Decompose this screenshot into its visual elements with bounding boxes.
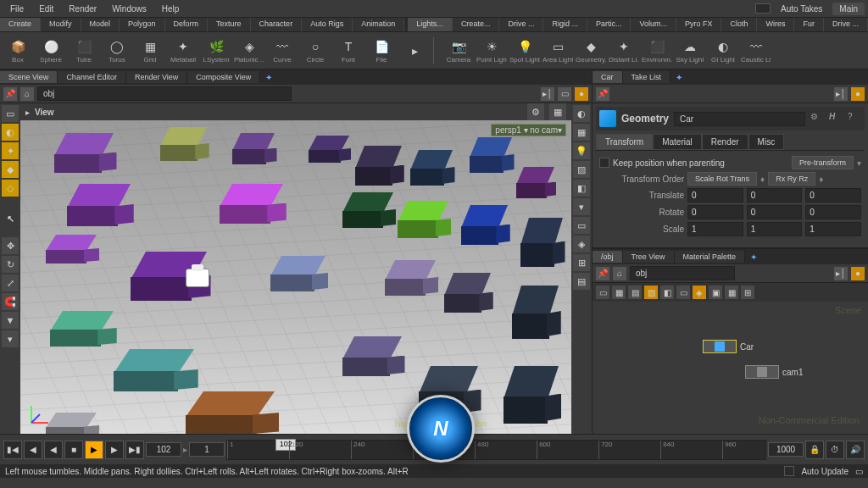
nt3[interactable]: ▤ — [628, 286, 642, 299]
tool-platonic[interactable]: ◈Platonic ... — [233, 34, 265, 68]
end-frame-field[interactable]: 1000 — [768, 442, 804, 457]
node-car[interactable]: Car — [703, 340, 754, 353]
first-frame-button[interactable]: ▮◀ — [3, 441, 22, 459]
tool-geometry[interactable]: ◆Geometry... — [575, 34, 607, 68]
menu-file[interactable]: File — [3, 3, 31, 15]
h-icon[interactable]: H — [829, 112, 843, 125]
tool-file[interactable]: 📄File — [365, 34, 398, 68]
nt5[interactable]: ◧ — [660, 286, 674, 299]
paint-tool[interactable]: ◆ — [2, 161, 19, 178]
lasso-tool[interactable]: ◐ — [2, 124, 19, 141]
scene-cube[interactable] — [470, 137, 512, 171]
scene-cube[interactable] — [46, 413, 97, 434]
tool-pointlight[interactable]: ☀Point Light — [476, 34, 508, 68]
add-net-tab[interactable]: ✦ — [745, 251, 762, 263]
help-icon[interactable]: ? — [848, 112, 861, 125]
wire-tool[interactable]: ▦ — [573, 124, 590, 141]
menu-help[interactable]: Help — [155, 3, 186, 15]
nt8[interactable]: ▣ — [709, 286, 722, 299]
status-icon[interactable]: ▭ — [855, 467, 863, 476]
d1-tool[interactable]: ▾ — [573, 198, 590, 215]
tab-material[interactable]: Material — [653, 134, 702, 150]
net-path-input[interactable]: obj — [630, 266, 735, 280]
tool-circle[interactable]: ○Circle — [299, 34, 331, 68]
rz-field[interactable]: 0 — [805, 205, 861, 219]
shelf-r-9[interactable]: Fur — [794, 18, 824, 31]
home-icon[interactable]: ⌂ — [20, 87, 34, 101]
play-button[interactable]: ▶ — [85, 441, 103, 459]
shelf-animation[interactable]: Animation — [353, 18, 404, 31]
shade-tool[interactable]: ◐ — [573, 105, 590, 122]
tab-composite-view[interactable]: Composite View — [187, 71, 260, 83]
scene-cube[interactable] — [385, 260, 436, 294]
nt9[interactable]: ▦ — [725, 286, 738, 299]
shelf-model[interactable]: Model — [81, 18, 120, 31]
scene-cube[interactable] — [186, 391, 275, 434]
magnet-tool[interactable]: 🧲 — [2, 293, 19, 310]
shelf-r-0[interactable]: Lights... — [408, 18, 453, 31]
add-tab-button[interactable]: ✦ — [260, 71, 277, 84]
scene-cube[interactable] — [461, 205, 508, 243]
menu-edit[interactable]: Edit — [32, 3, 60, 15]
d5-tool[interactable]: ▤ — [573, 273, 590, 290]
net-record-icon[interactable]: ● — [851, 267, 865, 280]
tab-mat-palette[interactable]: Material Palette — [675, 251, 746, 263]
d4-tool[interactable]: ⊞ — [573, 254, 590, 271]
param-name-field[interactable]: Car — [674, 112, 805, 126]
timeline-track[interactable]: 102 1120240360480600720840960 — [226, 440, 766, 460]
tool-font[interactable]: TFont — [332, 34, 364, 68]
last-frame-button[interactable]: ▶▮ — [125, 441, 144, 459]
tool-grid[interactable]: ▦Grid — [134, 34, 166, 68]
scene-cube[interactable] — [54, 133, 114, 171]
tab-transform[interactable]: Transform — [596, 134, 653, 150]
scene-cube[interactable] — [220, 184, 283, 222]
tab-take-list[interactable]: Take List — [623, 71, 671, 83]
scale-tool[interactable]: ⤢ — [2, 274, 19, 291]
tab-render[interactable]: Render — [702, 134, 748, 150]
shelf-auto rigs[interactable]: Auto Rigs — [302, 18, 353, 31]
scene-cube[interactable] — [160, 127, 207, 159]
view-opt1-icon[interactable]: ⚙ — [527, 103, 544, 120]
shelf-character[interactable]: Character — [251, 18, 303, 31]
d2-tool[interactable]: ▭ — [573, 217, 590, 234]
menu-render[interactable]: Render — [62, 3, 103, 15]
scene-cube[interactable] — [67, 184, 131, 225]
vis-tool[interactable]: ▼ — [2, 312, 19, 329]
sx-field[interactable]: 1 — [687, 222, 743, 236]
shelf-r-3[interactable]: Rigid ... — [543, 18, 587, 31]
net-flag-icon[interactable]: ▸│ — [834, 267, 848, 280]
nt1[interactable]: ▭ — [596, 286, 609, 299]
ry-field[interactable]: 0 — [747, 205, 803, 219]
add-param-tab[interactable]: ✦ — [670, 71, 687, 84]
tool-camera[interactable]: 📷Camera — [442, 34, 475, 68]
tab-channel-editor[interactable]: Channel Editor — [58, 71, 126, 83]
bg-tool[interactable]: ◧ — [573, 180, 590, 197]
keep-pos-checkbox[interactable] — [599, 158, 609, 168]
tab-scene-view[interactable]: Scene View — [0, 71, 58, 83]
tx-field[interactable]: 0 — [687, 188, 743, 202]
viewport-canvas[interactable]: persp1 ▾ no cam▾ Non-Commercial Edition — [20, 120, 571, 434]
sz-field[interactable]: 1 — [805, 222, 861, 236]
shelf-create[interactable]: Create — [0, 18, 41, 31]
select-tool[interactable]: ▭ — [2, 105, 19, 122]
tool-sphere[interactable]: ⚪Sphere — [35, 34, 67, 68]
prev-frame-button[interactable]: ◀ — [24, 441, 42, 459]
tool-curve[interactable]: 〰Curve — [266, 34, 298, 68]
shelf-r-2[interactable]: Drive ... — [499, 18, 543, 31]
tool-arealight[interactable]: ▭Area Light — [542, 34, 574, 68]
scene-cube[interactable] — [520, 218, 563, 264]
view-toggle-icon[interactable]: ▸ — [25, 108, 30, 117]
shelf-r-4[interactable]: Partic... — [587, 18, 632, 31]
pre-transform-dropdown[interactable]: Pre-transform — [792, 156, 854, 169]
snap-tool[interactable]: ▾ — [2, 330, 19, 347]
rotate-tool[interactable]: ↻ — [2, 256, 19, 273]
next-frame-button[interactable]: ▶ — [105, 441, 124, 459]
nt7[interactable]: ◈ — [693, 286, 706, 299]
tool-tube[interactable]: ⬛Tube — [68, 34, 100, 68]
scene-cube[interactable] — [46, 235, 97, 262]
arrow-tool[interactable]: ↖ — [2, 210, 19, 227]
auto-update-checkbox[interactable] — [784, 466, 794, 476]
tab-car[interactable]: Car — [593, 71, 623, 83]
scene-cube[interactable] — [444, 273, 491, 311]
range-lock-icon[interactable]: 🔒 — [805, 441, 824, 459]
